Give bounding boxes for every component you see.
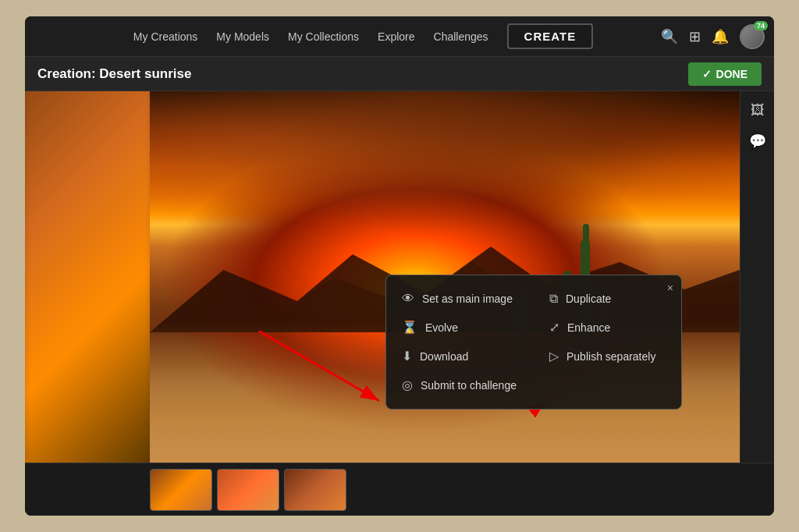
duplicate-label: Duplicate: [566, 293, 611, 305]
nav-challenges[interactable]: Challenges: [434, 30, 488, 43]
context-download[interactable]: ⬇ Download: [386, 342, 534, 371]
enhance-label: Enhance: [567, 321, 610, 334]
thumbnail-3[interactable]: [284, 469, 346, 511]
thumbnail-1[interactable]: [150, 469, 212, 511]
avatar-badge: 74: [754, 21, 768, 30]
grid-icon[interactable]: ⊞: [689, 28, 701, 45]
image-area[interactable]: × 👁 Set as main image ⧉ Duplicate ⌛ Evol…: [150, 91, 740, 463]
images-icon[interactable]: 🖼: [745, 98, 770, 122]
avatar-wrapper: 74: [740, 24, 765, 49]
enhance-icon: ⤢: [549, 320, 559, 335]
top-nav: My Creations My Models My Collections Ex…: [25, 16, 774, 57]
publish-label: Publish separately: [566, 350, 655, 363]
main-content: × 👁 Set as main image ⧉ Duplicate ⌛ Evol…: [25, 91, 774, 463]
thumbnail-2[interactable]: [217, 469, 279, 511]
svg-rect-7: [583, 224, 589, 247]
evolve-label: Evolve: [425, 321, 458, 334]
bell-icon[interactable]: 🔔: [712, 28, 729, 45]
right-sidebar: 🖼 💬: [740, 91, 774, 463]
title-prefix: Creation:: [37, 66, 99, 81]
sidebar-blur-image: [25, 91, 150, 463]
done-label: DONE: [716, 68, 748, 80]
create-button[interactable]: CREATE: [507, 23, 594, 49]
chat-icon[interactable]: 💬: [745, 129, 770, 154]
set-main-label: Set as main image: [422, 293, 513, 305]
context-submit[interactable]: ◎ Submit to challenge: [386, 371, 534, 399]
done-button[interactable]: ✓ DONE: [688, 62, 762, 86]
context-publish[interactable]: ▷ Publish separately: [534, 342, 681, 371]
app-container: My Creations My Models My Collections Ex…: [25, 16, 774, 516]
page-title: Creation: Desert sunrise: [37, 66, 191, 82]
nav-icons: 🔍 ⊞ 🔔 74: [661, 24, 765, 49]
set-main-icon: 👁: [402, 292, 414, 306]
duplicate-icon: ⧉: [549, 292, 558, 306]
context-close-button[interactable]: ×: [667, 282, 673, 294]
submit-label: Submit to challenge: [421, 379, 517, 392]
cloud-overlay: [150, 91, 740, 258]
done-icon: ✓: [702, 68, 712, 80]
title-name: Desert sunrise: [99, 66, 191, 81]
publish-icon: ▷: [549, 349, 559, 364]
nav-links: My Creations My Models My Collections Ex…: [66, 23, 661, 49]
context-menu-grid: 👁 Set as main image ⧉ Duplicate ⌛ Evolve…: [386, 285, 681, 399]
context-menu: × 👁 Set as main image ⧉ Duplicate ⌛ Evol…: [385, 275, 682, 410]
left-sidebar: [25, 91, 150, 463]
nav-explore[interactable]: Explore: [378, 30, 414, 43]
thumbnail-strip: [25, 463, 774, 516]
nav-my-creations[interactable]: My Creations: [133, 30, 197, 43]
evolve-icon: ⌛: [402, 320, 417, 335]
context-set-main[interactable]: 👁 Set as main image: [386, 285, 534, 313]
context-evolve[interactable]: ⌛ Evolve: [386, 313, 534, 342]
nav-my-models[interactable]: My Models: [216, 30, 269, 43]
submit-icon: ◎: [402, 378, 413, 392]
subheader: Creation: Desert sunrise ✓ DONE: [25, 57, 774, 91]
download-label: Download: [420, 350, 468, 363]
download-icon: ⬇: [402, 349, 412, 364]
context-enhance[interactable]: ⤢ Enhance: [534, 313, 681, 342]
nav-my-collections[interactable]: My Collections: [288, 30, 359, 43]
context-duplicate[interactable]: ⧉ Duplicate: [534, 285, 681, 313]
search-icon[interactable]: 🔍: [661, 28, 678, 45]
